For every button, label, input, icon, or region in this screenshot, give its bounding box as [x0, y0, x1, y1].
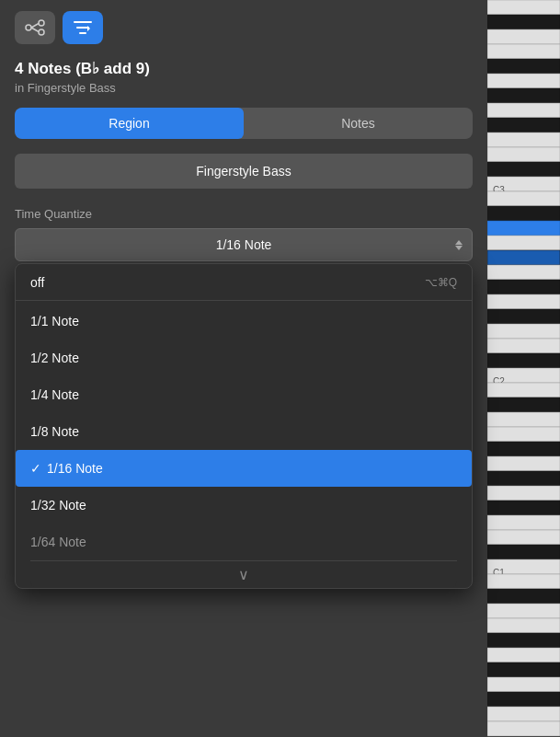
svg-point-2: [39, 29, 44, 35]
svg-rect-23: [487, 236, 560, 250]
piano-container: C3 C2: [487, 0, 560, 737]
svg-rect-7: [487, 15, 560, 29]
svg-rect-54: [487, 662, 560, 677]
notes-title: 4 Notes (B♭ add 9): [15, 59, 473, 79]
right-panel: C3 C2: [487, 0, 560, 737]
tab-region[interactable]: Region: [15, 108, 244, 139]
svg-rect-9: [487, 44, 560, 59]
svg-rect-36: [487, 412, 560, 427]
svg-rect-40: [487, 471, 560, 486]
time-quantize-dropdown[interactable]: 1/16 Note off ⌥⌘Q 1/1 Note 1/2 Note: [15, 228, 473, 261]
svg-rect-30: [487, 339, 560, 353]
svg-rect-20: [487, 191, 560, 206]
dropdown-item-1-8[interactable]: 1/8 Note: [16, 413, 472, 450]
svg-rect-53: [487, 648, 560, 662]
svg-rect-56: [487, 692, 560, 707]
svg-rect-21: [487, 206, 560, 221]
svg-rect-52: [487, 633, 560, 648]
svg-rect-45: [487, 545, 560, 559]
svg-rect-42: [487, 501, 560, 515]
dropdown-item-1-4[interactable]: 1/4 Note: [16, 376, 472, 413]
tabs-container: Region Notes: [15, 108, 473, 139]
dropdown-current-value[interactable]: 1/16 Note: [15, 228, 473, 261]
tab-notes[interactable]: Notes: [244, 108, 473, 139]
svg-rect-49: [487, 589, 560, 604]
dropdown-item-1-2[interactable]: 1/2 Note: [16, 340, 472, 376]
filter-button[interactable]: [63, 11, 103, 44]
svg-rect-37: [487, 427, 560, 442]
svg-rect-57: [487, 707, 560, 721]
info-section: 4 Notes (B♭ add 9) in Fingerstyle Bass: [0, 53, 487, 108]
toolbar: [0, 0, 487, 53]
notes-subtitle: in Fingerstyle Bass: [15, 81, 473, 95]
dropdown-item-1-32[interactable]: 1/32 Note: [16, 487, 472, 524]
piano-keys-svg: C3 C2: [487, 0, 560, 737]
routing-button[interactable]: [15, 11, 55, 44]
svg-line-4: [31, 28, 39, 32]
svg-rect-38: [487, 442, 560, 456]
svg-rect-41: [487, 486, 560, 501]
dropdown-item-1-64[interactable]: 1/64 Note: [16, 524, 472, 560]
dropdown-item-1-1[interactable]: 1/1 Note: [16, 303, 472, 340]
svg-rect-8: [487, 29, 560, 44]
svg-rect-48: [487, 574, 560, 589]
svg-line-3: [31, 24, 39, 29]
svg-rect-14: [487, 118, 560, 132]
svg-rect-51: [487, 618, 560, 633]
svg-rect-44: [487, 530, 560, 545]
svg-rect-50: [487, 604, 560, 618]
svg-rect-55: [487, 677, 560, 692]
svg-rect-17: [487, 162, 560, 177]
svg-rect-13: [487, 103, 560, 118]
scroll-down-button[interactable]: ∨: [30, 560, 457, 588]
region-name-button[interactable]: Fingerstyle Bass: [15, 154, 473, 189]
svg-rect-24: [487, 250, 560, 265]
svg-rect-26: [487, 280, 560, 294]
svg-rect-34: [487, 383, 560, 397]
dropdown-menu: off ⌥⌘Q 1/1 Note 1/2 Note 1/4 Note 1/8 N…: [15, 263, 473, 589]
time-quantize-label: Time Quantize: [0, 207, 487, 228]
left-panel: 4 Notes (B♭ add 9) in Fingerstyle Bass R…: [0, 0, 487, 737]
svg-rect-25: [487, 265, 560, 280]
svg-rect-39: [487, 456, 560, 471]
svg-point-1: [39, 20, 44, 26]
svg-rect-16: [487, 147, 560, 162]
svg-rect-28: [487, 309, 560, 324]
svg-rect-27: [487, 294, 560, 309]
svg-rect-22: [487, 221, 560, 236]
svg-rect-11: [487, 74, 560, 88]
svg-rect-35: [487, 397, 560, 412]
svg-rect-12: [487, 88, 560, 103]
svg-rect-43: [487, 515, 560, 530]
svg-rect-6: [487, 0, 560, 15]
svg-rect-58: [487, 721, 560, 736]
svg-marker-5: [87, 26, 90, 31]
svg-rect-10: [487, 59, 560, 74]
dropdown-item-off[interactable]: off ⌥⌘Q: [16, 264, 472, 301]
dropdown-arrows-icon: [455, 240, 463, 250]
dropdown-item-1-16[interactable]: ✓1/16 Note: [16, 450, 472, 487]
svg-rect-31: [487, 353, 560, 368]
svg-rect-29: [487, 324, 560, 339]
svg-point-0: [26, 25, 31, 30]
svg-rect-15: [487, 132, 560, 147]
